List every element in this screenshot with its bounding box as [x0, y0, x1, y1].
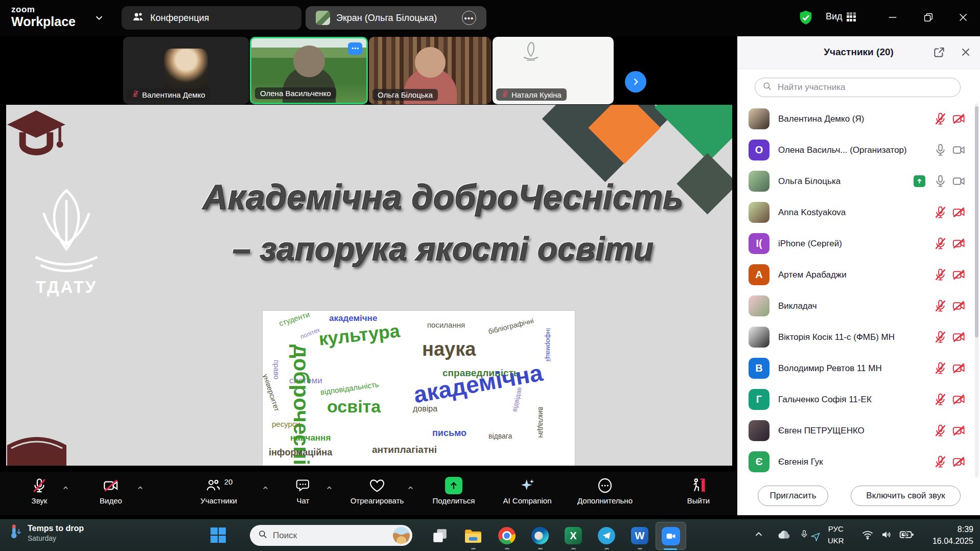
participant-name: Гальченко Софія 11-ЕК — [778, 395, 872, 405]
video-tile-1[interactable]: Валентина Демко — [123, 37, 249, 104]
tray-chevron-up-icon[interactable] — [753, 529, 764, 542]
language-indicator[interactable]: РУС UKR — [828, 523, 844, 546]
participant-name-text: Олена Васильченко — [260, 89, 331, 98]
battery-icon[interactable] — [899, 529, 915, 543]
bing-daily-image[interactable] — [393, 527, 410, 544]
search-input[interactable] — [777, 82, 953, 93]
toolbar-video-button[interactable]: Видео — [73, 476, 149, 512]
taskbar-app-telegram[interactable] — [597, 526, 616, 545]
participant-row[interactable]: ЄЄвгенія Гук — [737, 446, 972, 477]
taskbar-app-task-view[interactable] — [430, 526, 450, 545]
workspace-chevron-down-icon[interactable] — [94, 12, 105, 26]
video-tile-4[interactable]: Наталя Кукіна — [493, 37, 614, 104]
taskbar-clock[interactable]: 8:39 16.04.2025 — [922, 523, 973, 547]
participant-row[interactable]: Anna Kostyakova — [737, 197, 972, 228]
toolbar-react-button[interactable]: Отреагировать — [339, 476, 415, 512]
toolbar-label: AI Companion — [489, 496, 566, 505]
wordcloud-word: антиплагіатні — [372, 445, 437, 454]
location-arrow-icon[interactable] — [810, 532, 821, 544]
taskbar-app-word[interactable]: W — [630, 526, 649, 545]
volume-icon[interactable] — [880, 529, 893, 543]
toolbar-label: Участники — [180, 496, 257, 505]
muted-mic-icon — [501, 90, 509, 99]
taskbar-app-file-explorer[interactable] — [463, 526, 483, 545]
video-tile-2[interactable]: ⋯Олена Васильченко — [250, 37, 368, 104]
participant-name-text: Валентина Демко — [142, 90, 205, 99]
wordcloud-word: інформації — [545, 328, 552, 361]
chevron-up-icon[interactable] — [136, 484, 144, 494]
participant-row[interactable]: ААртем Арабаджи — [737, 259, 972, 290]
toolbar-participants-button[interactable]: 20Участники — [180, 476, 257, 512]
open-book-shape — [6, 431, 67, 466]
taskbar-app-chrome[interactable] — [497, 526, 517, 545]
video-tile-3[interactable]: Ольга Білоцька — [369, 37, 491, 104]
taskbar-app-excel[interactable]: X — [564, 526, 583, 545]
toolbar-chat-button[interactable]: Чат — [265, 476, 341, 512]
toolbar-audio-button[interactable]: Звук — [1, 476, 78, 512]
minimize-button[interactable] — [881, 7, 904, 28]
participant-row[interactable]: Валентина Демко (Я) — [737, 103, 972, 134]
chevron-up-icon[interactable] — [62, 484, 69, 494]
scrollbar-thumb[interactable] — [975, 106, 978, 337]
participant-name-label: Олена Васильченко — [255, 87, 336, 99]
participant-row[interactable]: ВВолодимир Ревтов 11 МН — [737, 353, 972, 384]
camera-off-icon — [952, 455, 966, 471]
participant-row[interactable]: Євген ПЕТРУЩЕНКО — [737, 415, 972, 446]
participant-row[interactable]: Викладач — [737, 290, 972, 322]
slide-title: Академічна доброЧесність – запорука якос… — [154, 170, 732, 275]
tile-options-button[interactable]: ⋯ — [348, 42, 362, 55]
chevron-up-icon[interactable] — [325, 484, 333, 494]
participant-avatar: А — [749, 264, 769, 285]
taskbar-app-edge[interactable] — [530, 526, 550, 545]
tray-mic-icon[interactable] — [800, 529, 809, 542]
decor-green-diamond — [655, 105, 732, 162]
tab-conference[interactable]: Конференция — [122, 6, 301, 30]
camera-off-icon — [952, 268, 966, 284]
participant-row[interactable]: ГГальченко Софія 11-ЕК — [737, 384, 972, 415]
participant-row[interactable]: ООлена Васильч... (Организатор) — [737, 134, 972, 166]
toolbar-ai-companion-button[interactable]: AI Companion — [489, 476, 566, 512]
avatar-letter: О — [755, 144, 763, 156]
windows-logo-icon — [211, 527, 226, 543]
date-text: 16.04.2025 — [922, 535, 973, 547]
participant-row[interactable]: І(iPhone (Сергей) — [737, 228, 972, 259]
muted-mic-icon — [934, 393, 947, 408]
weather-widget[interactable]: Temps to drop Saturday — [7, 523, 84, 543]
toolbar-leave-button[interactable]: Выйти — [660, 476, 737, 512]
close-panel-icon[interactable] — [959, 45, 972, 61]
participant-name: Валентина Демко (Я) — [778, 114, 864, 124]
panel-scrollbar[interactable] — [975, 103, 978, 477]
next-videos-button[interactable] — [625, 71, 646, 93]
search-icon — [762, 81, 773, 94]
running-indicator — [638, 548, 642, 549]
participant-name-label: Наталя Кукіна — [496, 88, 567, 101]
restore-button[interactable] — [917, 7, 940, 28]
popout-icon[interactable] — [932, 45, 946, 61]
tab-options-icon[interactable]: ••• — [462, 11, 476, 25]
tab-screen-share[interactable]: Экран (Ольга Білоцька) ••• — [306, 6, 486, 30]
toolbar-more-button[interactable]: Дополнительно — [567, 476, 643, 512]
onedrive-cloud-icon[interactable] — [777, 529, 792, 543]
participant-search[interactable] — [755, 78, 961, 97]
close-button[interactable] — [952, 7, 974, 28]
zoom-app-icon — [662, 527, 680, 545]
camera-off-icon — [952, 361, 966, 377]
taskbar-search[interactable]: Поиск — [250, 525, 412, 546]
security-shield-icon[interactable] — [797, 9, 814, 29]
wordcloud-word: ресурси — [272, 420, 300, 428]
avatar-letter: І( — [756, 238, 762, 249]
toolbar-share-button[interactable]: Поделиться — [415, 476, 492, 512]
unmute-self-button[interactable]: Включить свой звук — [851, 486, 961, 506]
start-button[interactable] — [211, 527, 226, 543]
participant-name: Anna Kostyakova — [778, 208, 846, 218]
participants-panel: Участники (20) Валентина Демко (Я)ООлена… — [737, 36, 980, 515]
participant-row[interactable]: Ольга Білоцька — [737, 166, 972, 197]
chevron-up-icon[interactable] — [407, 484, 414, 494]
taskbar-app-zoom[interactable] — [656, 522, 686, 550]
participant-avatar — [164, 49, 208, 93]
view-button[interactable]: Вид — [823, 9, 859, 24]
participant-name-text: Наталя Кукіна — [511, 90, 562, 99]
invite-button[interactable]: Пригласить — [758, 486, 828, 506]
participant-row[interactable]: Вікторія Косік 11-с (ФМБ) МН — [737, 322, 972, 353]
wifi-icon[interactable] — [861, 529, 874, 543]
